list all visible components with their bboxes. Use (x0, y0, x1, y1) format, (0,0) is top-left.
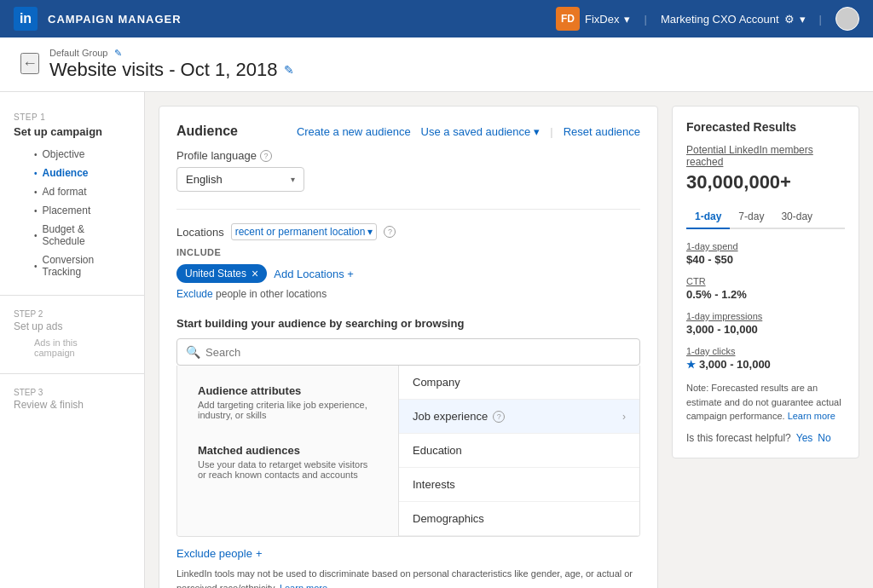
matched-audiences-item[interactable]: Matched audiences Use your data to retar… (188, 435, 388, 488)
builder-title: Start building your audience by searchin… (176, 317, 640, 330)
step3-title: Review & finish (14, 399, 130, 411)
audience-actions: Create a new audience Use a saved audien… (297, 125, 640, 138)
tag-remove-btn[interactable]: × (251, 268, 258, 280)
search-input[interactable] (205, 346, 631, 359)
forecast-tab-1day[interactable]: 1-day (686, 205, 730, 229)
forecasted-panel: Forecasted Results Potential LinkedIn me… (672, 106, 859, 588)
reset-audience-btn[interactable]: Reset audience (564, 125, 640, 138)
sidebar-item-audience[interactable]: Audience (14, 164, 130, 182)
top-nav: in CAMPAIGN MANAGER FD FixDex ▾ | Market… (0, 0, 873, 37)
forecast-tabs: 1-day 7-day 30-day (686, 205, 845, 229)
helpful-no-btn[interactable]: No (818, 432, 830, 444)
exclude-text: Exclude people in other locations (176, 288, 640, 300)
profile-language-select[interactable]: English ▾ (176, 167, 304, 192)
location-help-icon[interactable]: ? (384, 226, 396, 238)
menu-item-interests[interactable]: Interests (399, 468, 639, 502)
main-content: Step 1 Set up campaign Objective Audienc… (0, 92, 873, 588)
helpful-row: Is this forecast helpful? Yes No (686, 432, 845, 444)
forecast-tab-30day[interactable]: 30-day (772, 205, 821, 228)
nav-divider: | (644, 13, 646, 26)
forecast-learn-more[interactable]: Learn more (788, 411, 835, 421)
breadcrumb: Default Group ✎ (49, 48, 294, 59)
step3-section: Step 3 Review & finish (0, 381, 144, 421)
audience-card: Audience Create a new audience Use a sav… (159, 106, 658, 588)
page-title: Website visits - Oct 1, 2018 ✎ (49, 59, 294, 81)
job-experience-help-icon[interactable]: ? (493, 411, 505, 423)
profile-language-help-icon[interactable]: ? (260, 150, 272, 162)
exclude-people-row: Exclude people + (176, 547, 640, 560)
page-header: ← Default Group ✎ Website visits - Oct 1… (0, 37, 873, 92)
sidebar-divider1 (0, 295, 144, 296)
search-icon: 🔍 (186, 345, 200, 359)
search-box: 🔍 (176, 338, 640, 366)
forecast-metric-spend: 1-day spend $40 - $50 (686, 241, 845, 266)
nav-divider2: | (819, 13, 822, 26)
brand-icon: FD (556, 7, 580, 31)
settings-icon[interactable]: ⚙ (784, 13, 795, 26)
disclaimer-learn-more[interactable]: Learn more (280, 583, 327, 589)
exclude-link[interactable]: Exclude (176, 288, 213, 300)
sidebar: Step 1 Set up campaign Objective Audienc… (0, 92, 145, 588)
sidebar-item-objective[interactable]: Objective (14, 145, 130, 164)
nav-account[interactable]: FD FixDex ▾ (556, 7, 630, 31)
sidebar-item-adformat[interactable]: Ad format (14, 182, 130, 201)
avatar[interactable] (835, 7, 859, 31)
attr-desc: Add targeting criteria like job experien… (198, 400, 378, 420)
edit-breadcrumb-icon[interactable]: ✎ (114, 48, 122, 58)
forecast-reach-label: Potential LinkedIn members reached (686, 144, 845, 168)
location-type-dropdown-icon: ▾ (367, 226, 373, 238)
location-tag: United States × (176, 264, 267, 283)
forecast-title: Forecasted Results (686, 120, 845, 134)
step2-label: Step 2 (14, 309, 130, 319)
header-content: Default Group ✎ Website visits - Oct 1, … (49, 48, 294, 81)
audience-builder: Start building your audience by searchin… (176, 317, 640, 537)
metric-impressions-label: 1-day impressions (686, 311, 845, 321)
forecast-metric-impressions: 1-day impressions 3,000 - 10,000 (686, 311, 845, 336)
menu-item-jobexperience[interactable]: Job experience ? › (399, 400, 639, 434)
helpful-yes-btn[interactable]: Yes (796, 432, 813, 444)
sidebar-item-conversion[interactable]: Conversion Tracking (14, 251, 130, 281)
menu-item-education[interactable]: Education (399, 434, 639, 468)
marketing-dropdown-icon[interactable]: ▾ (800, 13, 806, 26)
matched-desc: Use your data to retarget website visito… (198, 459, 378, 480)
step1-label: Step 1 (14, 112, 130, 122)
add-location-btn[interactable]: Add Locations + (274, 268, 354, 280)
marketing-account[interactable]: Marketing CXO Account ⚙ ▾ (661, 13, 806, 26)
menu-item-company[interactable]: Company (399, 366, 639, 400)
disclaimer: LinkedIn tools may not be used to discri… (176, 567, 640, 588)
saved-audience-btn[interactable]: Use a saved audience ▾ (421, 125, 541, 138)
nav-right: FD FixDex ▾ | Marketing CXO Account ⚙ ▾ … (556, 7, 859, 31)
exclude-people-btn[interactable]: Exclude people + (176, 547, 263, 560)
actions-divider: | (550, 125, 552, 138)
step2-section: Step 2 Set up ads Ads in this campaign (0, 303, 144, 366)
forecast-card: Forecasted Results Potential LinkedIn me… (672, 106, 859, 458)
menu-item-demographics[interactable]: Demographics (399, 502, 639, 536)
attr-title: Audience attributes (198, 384, 378, 397)
sidebar-item-placement[interactable]: Placement (14, 201, 130, 220)
account-dropdown-icon[interactable]: ▾ (624, 13, 630, 26)
locations-header: Locations recent or permanent location ▾… (176, 223, 640, 240)
profile-language-label: Profile language ? (176, 149, 640, 162)
back-button[interactable]: ← (20, 53, 39, 74)
menu-item-left: Job experience ? (413, 410, 505, 423)
locations-group: Locations recent or permanent location ▾… (176, 223, 640, 300)
metric-spend-label: 1-day spend (686, 241, 845, 251)
audience-title: Audience (176, 124, 238, 139)
metric-ctr-value: 0.5% - 1.2% (686, 288, 845, 301)
account-name: FixDex (585, 13, 619, 26)
forecast-note: Note: Forecasted results are an estimate… (686, 381, 845, 424)
forecast-tab-7day[interactable]: 7-day (730, 205, 772, 228)
audience-attributes-item[interactable]: Audience attributes Add targeting criter… (188, 376, 388, 429)
location-type-btn[interactable]: recent or permanent location ▾ (231, 223, 378, 240)
sidebar-item-budget[interactable]: Budget & Schedule (14, 220, 130, 251)
metric-clicks-label: 1-day clicks (686, 346, 845, 356)
tags-row: United States × Add Locations + (176, 264, 640, 283)
sidebar-item-ads[interactable]: Ads in this campaign (14, 336, 130, 360)
nav-title: CAMPAIGN MANAGER (48, 13, 182, 26)
step1-title: Set up campaign (14, 125, 130, 138)
edit-title-icon[interactable]: ✎ (284, 63, 294, 77)
chevron-right-icon: › (622, 411, 626, 423)
matched-title: Matched audiences (198, 444, 378, 457)
nav-left: in CAMPAIGN MANAGER (14, 7, 182, 31)
step1-section: Step 1 Set up campaign Objective Audienc… (0, 106, 144, 288)
